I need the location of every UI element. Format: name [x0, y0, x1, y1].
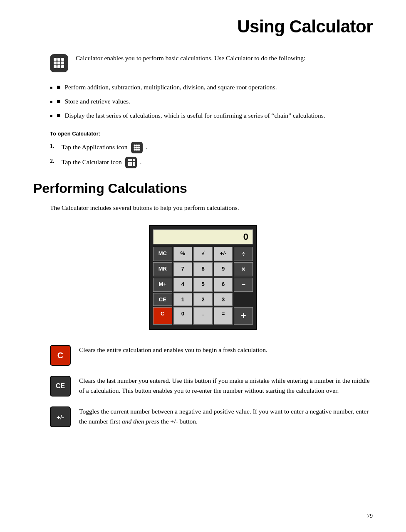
calc-2[interactable]: 2: [193, 293, 213, 306]
svg-point-11: [138, 145, 140, 147]
calc-add[interactable]: +: [234, 307, 253, 325]
svg-point-10: [136, 145, 138, 147]
svg-point-14: [138, 147, 140, 149]
calc-subtract[interactable]: −: [234, 278, 253, 292]
svg-rect-3: [54, 62, 57, 64]
calc-7[interactable]: 7: [173, 262, 193, 276]
ce-button-icon: CE: [50, 376, 71, 397]
calculator-icon-inline: [125, 157, 137, 168]
calc-row-1: MC % √ +/- ÷: [153, 247, 253, 261]
calculator-app-icon: [50, 54, 68, 72]
calc-mplus[interactable]: M+: [153, 278, 172, 292]
calc-plusminus[interactable]: +/-: [214, 247, 233, 261]
open-steps-list: 1. Tap the Applications icon . 2. Tap th…: [50, 142, 373, 168]
svg-point-15: [134, 149, 136, 151]
calc-multiply[interactable]: ×: [234, 262, 253, 276]
page-title: Using Calculator: [33, 17, 373, 37]
calc-6[interactable]: 6: [214, 278, 233, 292]
c-button-desc-block: C Clears the entire calculation and enab…: [50, 345, 373, 366]
plusminus-button-desc-text: Toggles the current number between a neg…: [79, 406, 373, 426]
open-step-2: 2. Tap the Calculator icon .: [50, 157, 373, 168]
plusminus-button-icon: +/-: [50, 406, 71, 427]
bullet-icon-2: ■: [57, 96, 60, 106]
svg-rect-21: [128, 162, 130, 164]
svg-point-13: [136, 147, 138, 149]
svg-rect-20: [133, 159, 135, 161]
svg-rect-0: [54, 58, 57, 61]
bullet-list: ■ Perform addition, subtraction, multipl…: [50, 82, 373, 121]
performing-calculations-title: Performing Calculations: [33, 181, 373, 196]
svg-rect-1: [57, 58, 60, 61]
calc-8[interactable]: 8: [193, 262, 213, 276]
calc-1[interactable]: 1: [173, 293, 193, 306]
open-calculator-heading: To open Calculator:: [50, 131, 373, 137]
page-number: 79: [367, 513, 373, 520]
svg-rect-2: [61, 58, 64, 61]
calc-ce[interactable]: CE: [153, 293, 172, 306]
calc-row-5: C 0 . = +: [153, 307, 253, 325]
intro-block: Calculator enables you to perform basic …: [50, 53, 373, 72]
calc-divide[interactable]: ÷: [234, 247, 253, 261]
svg-point-9: [134, 145, 136, 147]
svg-rect-23: [133, 162, 135, 164]
calculator-image: 0 MC % √ +/- ÷ MR 7 8 9 × M+ 4 5 6 − CE: [149, 225, 257, 330]
bullet-icon-1: ■: [57, 82, 60, 92]
c-button-desc-text: Clears the entire calculation and enable…: [79, 345, 373, 355]
svg-rect-7: [57, 65, 60, 68]
svg-rect-22: [130, 162, 132, 164]
svg-rect-18: [128, 159, 130, 161]
svg-point-17: [138, 149, 140, 151]
calculator-widget: 0 MC % √ +/- ÷ MR 7 8 9 × M+ 4 5 6 − CE: [149, 225, 257, 330]
calc-4[interactable]: 4: [173, 278, 193, 292]
step-number-2: 2.: [50, 157, 58, 166]
svg-rect-26: [133, 164, 135, 166]
performing-calculations-desc: The Calculator includes several buttons …: [50, 203, 373, 213]
step-2-text: Tap the Calculator icon .: [62, 157, 141, 168]
svg-point-12: [134, 147, 136, 149]
calc-0[interactable]: 0: [173, 307, 193, 325]
svg-rect-5: [61, 62, 64, 64]
svg-point-16: [136, 149, 138, 151]
calc-9[interactable]: 9: [214, 262, 233, 276]
calc-mr[interactable]: MR: [153, 262, 172, 276]
step-1-text: Tap the Applications icon .: [62, 142, 147, 153]
calc-5[interactable]: 5: [193, 278, 213, 292]
open-step-1: 1. Tap the Applications icon .: [50, 142, 373, 153]
bullet-item-3: ■ Display the last series of calculation…: [50, 111, 373, 121]
calc-sqrt[interactable]: √: [193, 247, 213, 261]
svg-rect-8: [61, 65, 64, 68]
calc-row-2: MR 7 8 9 ×: [153, 262, 253, 276]
svg-rect-19: [130, 159, 132, 161]
ce-button-desc-text: Clears the last number you entered. Use …: [79, 376, 373, 396]
bullet-item-1: ■ Perform addition, subtraction, multipl…: [50, 82, 373, 92]
step-number-1: 1.: [50, 142, 58, 151]
plusminus-button-desc-block: +/- Toggles the current number between a…: [50, 406, 373, 427]
calc-mc[interactable]: MC: [153, 247, 172, 261]
calc-row-4: CE 1 2 3: [153, 293, 253, 306]
applications-icon: [131, 142, 143, 153]
bullet-icon-3: ■: [57, 111, 60, 121]
calc-3[interactable]: 3: [214, 293, 233, 306]
svg-rect-25: [130, 164, 132, 166]
svg-rect-24: [128, 164, 130, 166]
calc-equals[interactable]: =: [214, 307, 233, 325]
calc-percent[interactable]: %: [173, 247, 193, 261]
calc-dot[interactable]: .: [193, 307, 213, 325]
calc-row-3: M+ 4 5 6 −: [153, 278, 253, 292]
svg-rect-4: [57, 62, 60, 64]
calc-display: 0: [153, 229, 253, 244]
svg-rect-6: [54, 65, 57, 68]
c-button-icon: C: [50, 345, 71, 366]
calc-c[interactable]: C: [153, 307, 172, 325]
bullet-item-2: ■ Store and retrieve values.: [50, 96, 373, 106]
intro-text: Calculator enables you to perform basic …: [76, 53, 305, 63]
ce-button-desc-block: CE Clears the last number you entered. U…: [50, 376, 373, 397]
